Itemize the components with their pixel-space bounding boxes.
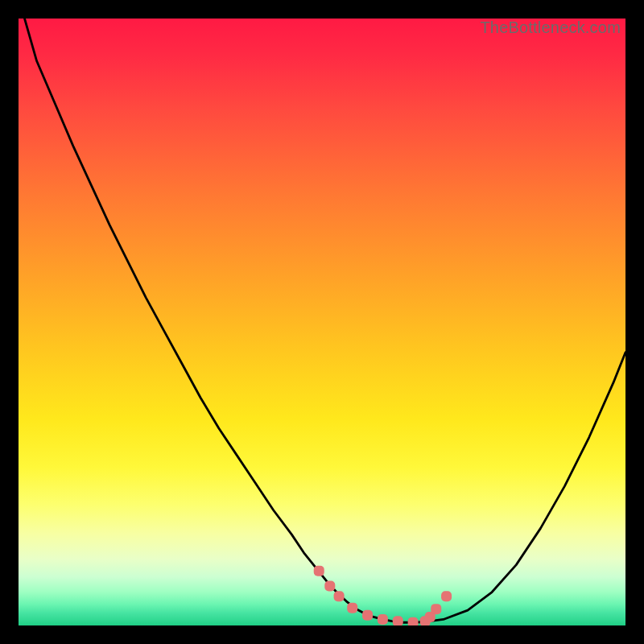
gradient-background: [19, 19, 625, 625]
outer-frame: TheBottleneck.com: [0, 0, 644, 644]
watermark-label: TheBottleneck.com: [480, 19, 621, 37]
plot-area: TheBottleneck.com: [19, 19, 625, 625]
